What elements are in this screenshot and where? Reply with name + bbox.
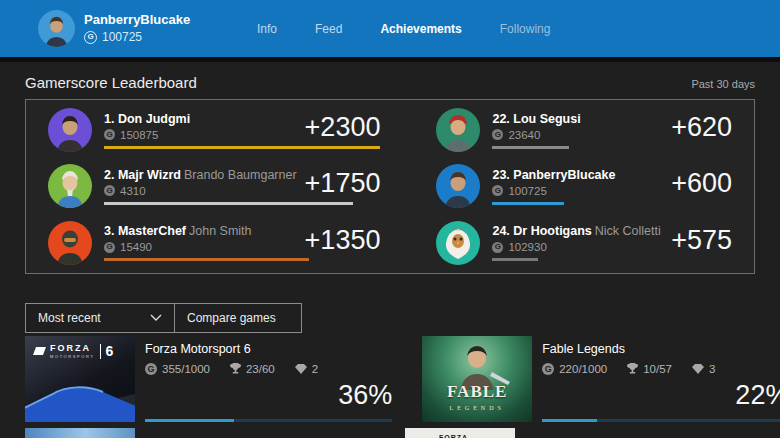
profile-user[interactable]: PanberryBlucake G 100725: [38, 10, 190, 47]
player-avatar: [436, 221, 480, 265]
leaderboard-entry-rank2[interactable]: 2. Majr WizrdBrando Baumgarner G4310 +17…: [48, 164, 380, 208]
game-row-forza-motorsport-6[interactable]: FORZA MOTORSPORT 6: [25, 336, 392, 422]
compare-games-button[interactable]: Compare games: [174, 303, 302, 333]
player-avatar: [436, 108, 480, 152]
entry-gain-bar: [492, 146, 569, 149]
gamerscore-icon: G: [104, 242, 115, 253]
entry-gamerscore: 4310: [120, 185, 146, 197]
entry-gamerscore: 15490: [120, 241, 152, 253]
entry-rank: 22.: [492, 112, 509, 126]
game-tile-partial-left[interactable]: [25, 428, 135, 438]
profile-tabs: Info Feed Achievements Following: [238, 0, 569, 57]
avatar-person-icon: [436, 108, 480, 152]
leaderboard-entry-rank23[interactable]: 23. PanberryBlucake G100725 +600: [436, 164, 732, 208]
game-rare-count: 3: [709, 363, 715, 375]
entry-gamerscore: 100725: [508, 185, 546, 197]
game-tile-partial-forza[interactable]: FORZA: [405, 428, 515, 438]
game-text: Fable Legends G220/1000 10/57 3: [542, 342, 735, 409]
leaderboard-period: Past 30 days: [691, 78, 755, 90]
leaderboard-titlebar: Gamerscore Leaderboard Past 30 days: [25, 74, 755, 92]
entry-gamerscore: 150875: [120, 129, 158, 141]
leaderboard-entry-rank24[interactable]: 24. Dr HootigansNick Colletti G102930 +5…: [436, 221, 732, 265]
gamerscore-icon: G: [542, 363, 554, 375]
entry-gain: +600: [663, 171, 732, 197]
game-info: Fable Legends G220/1000 10/57 3 22%: [542, 336, 780, 422]
gamerscore-icon: G: [145, 363, 157, 375]
chevron-down-icon: [150, 314, 162, 322]
entry-body: 1. Don Judgmi G150875 +2300: [104, 112, 380, 149]
entry-rank: 2.: [104, 168, 114, 182]
avatar-person-icon: [48, 108, 92, 152]
entry-realname: Brando Baumgarner: [184, 168, 297, 182]
entry-gain: +620: [663, 115, 732, 141]
game-progress-bar: [542, 419, 780, 422]
game-text: Forza Motorsport 6 G355/1000 23/60 2: [145, 342, 338, 409]
entry-gamertag: Dr Hootigans: [513, 224, 591, 238]
gamerscore-icon: G: [492, 242, 503, 253]
entry-gain-bar: [492, 202, 564, 205]
entry-rank: 24.: [492, 224, 509, 238]
tab-feed[interactable]: Feed: [296, 22, 361, 36]
entry-gamertag: MasterChef: [118, 224, 186, 238]
tab-following[interactable]: Following: [481, 22, 570, 36]
avatar-person-icon: [436, 164, 480, 208]
game-row-fable-legends[interactable]: FABLE LEGENDS Fable Legends G220/1000 10…: [422, 336, 780, 422]
game-achievements: 10/57: [643, 363, 672, 375]
leaderboard-panel: 1. Don Judgmi G150875 +2300 22. Lou Seg: [25, 99, 755, 274]
entry-text: 24. Dr HootigansNick Colletti G102930: [492, 224, 660, 253]
game-progress-bar: [145, 419, 392, 422]
player-avatar: [48, 221, 92, 265]
tab-achievements[interactable]: Achievements: [361, 22, 480, 36]
forza-flag-icon: [33, 347, 46, 355]
tile-subtitle-text: MOTORSPORT: [50, 354, 95, 359]
entry-gain-bar: [492, 258, 538, 261]
leaderboard-entry-rank1[interactable]: 1. Don Judgmi G150875 +2300: [48, 108, 380, 152]
user-meta: PanberryBlucake G 100725: [84, 13, 190, 44]
profile-header: PanberryBlucake G 100725 Info Feed Achie…: [0, 0, 780, 57]
entry-gamertag: PanberryBlucake: [513, 168, 615, 182]
gamerscore-icon: G: [104, 185, 115, 196]
game-tile-fable: FABLE LEGENDS: [422, 336, 532, 422]
avatar-person-icon: [48, 164, 92, 208]
entry-text: 23. PanberryBlucake G100725: [492, 168, 618, 197]
entry-realname: John Smith: [189, 224, 252, 238]
player-avatar: [48, 108, 92, 152]
player-avatar: [48, 164, 92, 208]
xbox-achievements-screen: PanberryBlucake G 100725 Info Feed Achie…: [0, 0, 780, 438]
trophy-icon: [230, 363, 241, 375]
entry-gain-bar: [104, 146, 380, 149]
gamerscore-icon: G: [492, 185, 503, 196]
entry-gain: +1350: [297, 228, 381, 254]
game-rare-count: 2: [312, 363, 318, 375]
game-completion-percent: 22%: [735, 383, 780, 409]
entry-body: 2. Majr WizrdBrando Baumgarner G4310 +17…: [104, 168, 380, 205]
forza-car-art: [25, 374, 135, 422]
entry-gain-bar: [104, 258, 309, 261]
entry-gain: +1750: [297, 171, 381, 197]
avatar-person-icon: [48, 221, 92, 265]
leaderboard-entry-rank22[interactable]: 22. Lou Segusi G23640 +620: [436, 108, 732, 152]
entry-gamerscore: 23640: [508, 129, 540, 141]
entry-rank: 23.: [492, 168, 509, 182]
avatar-owl-icon: [436, 221, 480, 265]
game-tile-forza6: FORZA MOTORSPORT 6: [25, 336, 135, 422]
user-gamerscore-row: G 100725: [84, 30, 190, 44]
leaderboard-entry-rank3[interactable]: 3. MasterChefJohn Smith G15490 +1350: [48, 221, 380, 265]
sort-dropdown[interactable]: Most recent: [25, 303, 175, 333]
forza-logo: FORZA MOTORSPORT 6: [33, 343, 113, 359]
entry-realname: Nick Colletti: [595, 224, 661, 238]
tile-title-text: FABLE: [422, 382, 532, 402]
logo-divider: [100, 344, 101, 359]
entry-gain: +2300: [297, 115, 381, 141]
tab-info[interactable]: Info: [238, 22, 296, 36]
gamerscore-icon: G: [492, 129, 503, 140]
entry-body: 23. PanberryBlucake G100725 +600: [492, 168, 732, 205]
avatar-person-icon: [38, 10, 75, 47]
entry-text: 3. MasterChefJohn Smith G15490: [104, 224, 252, 253]
entry-text: 2. Majr WizrdBrando Baumgarner G4310: [104, 168, 297, 197]
entry-gamertag: Lou Segusi: [513, 112, 580, 126]
game-info: Forza Motorsport 6 G355/1000 23/60 2 36%: [145, 336, 392, 422]
entry-body: 24. Dr HootigansNick Colletti G102930 +5…: [492, 224, 732, 261]
gamerscore-icon: G: [104, 129, 115, 140]
entry-gain-bar: [104, 202, 353, 205]
